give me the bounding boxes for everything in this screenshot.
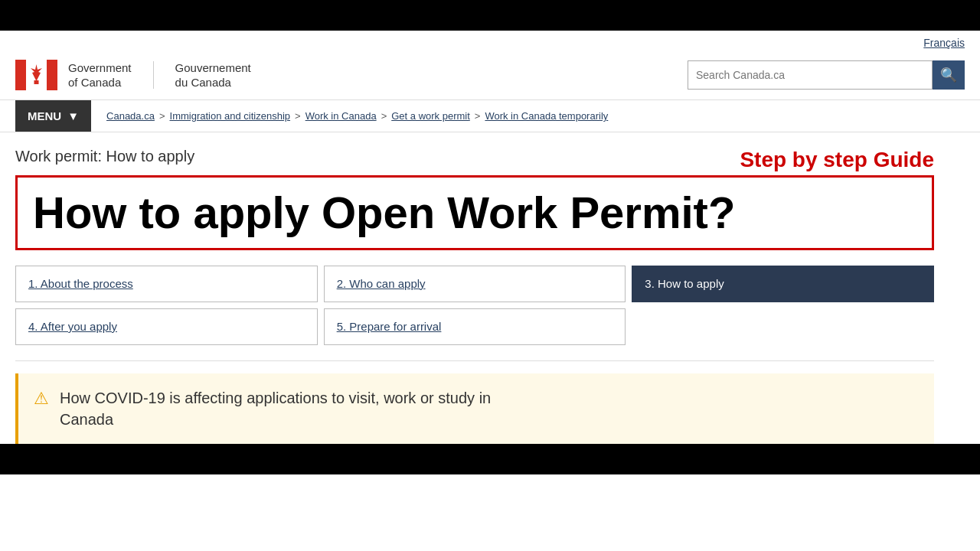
tab-after-you-apply[interactable]: 4. After you apply	[15, 308, 318, 345]
main-heading: How to apply Open Work Permit?	[33, 188, 916, 237]
breadcrumb-item-work-temporarily[interactable]: Work in Canada temporarily	[485, 110, 608, 122]
nav-inner: MENU ▼ Canada.ca > Immigration and citiz…	[0, 100, 980, 132]
tab-empty-cell	[632, 308, 934, 345]
tabs-row1: 1. About the process 2. Who can apply 3.…	[15, 266, 934, 302]
breadcrumb-sep-3: >	[381, 110, 387, 122]
search-button[interactable]: 🔍	[933, 60, 965, 90]
breadcrumb-item-immigration[interactable]: Immigration and citizenship	[170, 110, 291, 122]
gov-name-divider	[153, 61, 154, 89]
gov-name-fr: Gouvernement du Canada	[175, 60, 251, 90]
black-bar-top	[0, 0, 980, 31]
header-top: Français	[15, 31, 965, 52]
logo-area: Government of Canada Gouvernement du Can…	[15, 60, 251, 90]
tab-about-process-link[interactable]: 1. About the process	[28, 277, 133, 290]
tab-how-to-apply[interactable]: 3. How to apply	[632, 266, 934, 302]
tab-who-can-apply-link[interactable]: 2. Who can apply	[337, 277, 426, 290]
svg-rect-0	[15, 60, 26, 90]
tab-prepare-arrival-link[interactable]: 5. Prepare for arrival	[337, 320, 442, 333]
svg-rect-4	[34, 80, 39, 84]
breadcrumb-item-work-in-canada[interactable]: Work in Canada	[305, 110, 377, 122]
header-main: Government of Canada Gouvernement du Can…	[15, 52, 965, 99]
breadcrumb-item-home[interactable]: Canada.ca	[106, 110, 155, 122]
search-area: 🔍	[688, 60, 965, 90]
menu-button[interactable]: MENU ▼	[15, 100, 91, 132]
covid-notice-text: How COVID-19 is affecting applications t…	[60, 387, 491, 430]
breadcrumb-sep-4: >	[475, 110, 481, 122]
step-guide-label: Step by step Guide	[740, 148, 934, 172]
search-icon: 🔍	[940, 67, 957, 83]
nav-bar: MENU ▼ Canada.ca > Immigration and citiz…	[0, 100, 980, 132]
warning-icon: ⚠	[34, 389, 49, 409]
search-input[interactable]	[688, 60, 933, 90]
main-content: Work permit: How to apply Step by step G…	[0, 132, 949, 444]
tab-about-process[interactable]: 1. About the process	[15, 266, 318, 302]
menu-label: MENU	[28, 109, 61, 122]
main-heading-box: How to apply Open Work Permit?	[15, 175, 934, 250]
site-header: Français Government of Canada Gouverneme…	[0, 31, 980, 100]
black-bar-bottom	[0, 444, 980, 474]
gov-name-en: Government of Canada	[68, 60, 132, 90]
section-divider	[15, 360, 934, 361]
breadcrumb-item-get-work-permit[interactable]: Get a work permit	[391, 110, 470, 122]
tab-prepare-arrival[interactable]: 5. Prepare for arrival	[324, 308, 626, 345]
page-subtitle: Work permit: How to apply	[15, 148, 194, 165]
breadcrumb-sep-2: >	[295, 110, 301, 122]
tab-after-you-apply-link[interactable]: 4. After you apply	[28, 320, 117, 333]
breadcrumb-sep-1: >	[159, 110, 165, 122]
tabs-row2: 4. After you apply 5. Prepare for arriva…	[15, 308, 934, 345]
breadcrumb: Canada.ca > Immigration and citizenship …	[106, 101, 608, 131]
tab-how-to-apply-link[interactable]: 3. How to apply	[645, 277, 724, 290]
svg-rect-2	[47, 60, 57, 90]
tab-who-can-apply[interactable]: 2. Who can apply	[324, 266, 626, 302]
canada-flag-logo	[15, 60, 57, 90]
title-row: Work permit: How to apply Step by step G…	[15, 148, 934, 172]
language-link[interactable]: Français	[923, 37, 965, 49]
covid-notice[interactable]: ⚠ How COVID-19 is affecting applications…	[15, 373, 934, 444]
menu-arrow-icon: ▼	[67, 109, 79, 122]
